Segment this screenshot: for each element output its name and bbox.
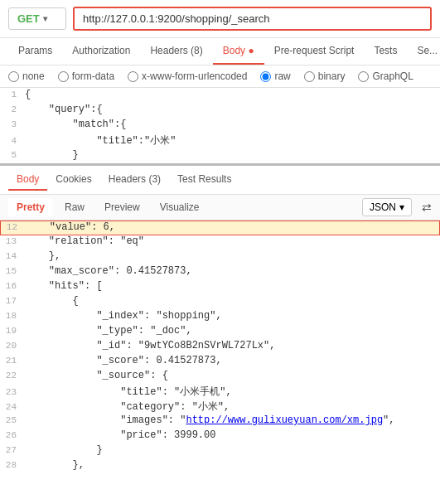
request-tabs: Params Authorization Headers (8) Body ● … — [0, 38, 440, 65]
radio-urlencoded[interactable]: x-www-form-urlencoded — [128, 70, 247, 82]
response-tab-headers[interactable]: Headers (3) — [100, 169, 169, 191]
json-format-selector[interactable]: JSON ▾ — [362, 198, 412, 216]
radio-none[interactable]: none — [8, 70, 45, 82]
request-line-4: 4 "title":"小米" — [0, 133, 440, 148]
radio-graphql[interactable]: GraphQL — [358, 70, 413, 82]
radio-binary[interactable]: binary — [304, 70, 346, 82]
tab-settings[interactable]: Se... — [407, 38, 440, 65]
method-label: GET — [17, 12, 40, 25]
json-line-19: 19 "_type": "_doc", — [0, 325, 440, 340]
json-line-27: 27 } — [0, 444, 440, 459]
format-tab-visualize[interactable]: Visualize — [152, 198, 208, 216]
format-tabs: Pretty Raw Preview Visualize JSON ▾ ⇄ — [0, 195, 440, 220]
filter-icon[interactable]: ⇄ — [422, 201, 432, 214]
radio-form-data[interactable]: form-data — [58, 70, 114, 82]
request-body-editor[interactable]: 1 { 2 "query":{ 3 "match":{ 4 "title":"小… — [0, 88, 440, 166]
chevron-down-icon: ▾ — [399, 201, 404, 213]
request-line-3: 3 "match":{ — [0, 118, 440, 133]
images-link[interactable]: http://www.gulixueyuan.com/xm.jpg — [186, 414, 383, 426]
response-tabs: Body Cookies Headers (3) Test Results — [0, 166, 440, 195]
request-line-2: 2 "query":{ — [0, 103, 440, 118]
request-line-5: 5 } — [0, 148, 440, 163]
json-line-17: 17 { — [0, 295, 440, 310]
json-format-label: JSON — [370, 201, 396, 213]
body-type-row: none form-data x-www-form-urlencoded raw… — [0, 65, 440, 88]
url-input[interactable] — [73, 7, 432, 31]
format-tab-preview[interactable]: Preview — [96, 198, 148, 216]
format-tab-pretty[interactable]: Pretty — [8, 198, 53, 216]
json-line-28: 28 }, — [0, 459, 440, 474]
json-line-25: 25 "images": "http://www.gulixueyuan.com… — [0, 414, 440, 429]
chevron-down-icon: ▾ — [43, 14, 47, 23]
response-tab-body[interactable]: Body — [8, 169, 47, 191]
json-line-14: 14 }, — [0, 250, 440, 265]
tab-params[interactable]: Params — [8, 38, 62, 65]
tab-tests[interactable]: Tests — [364, 38, 407, 65]
json-line-15: 15 "max_score": 0.41527873, — [0, 265, 440, 280]
json-line-23: 23 "title": "小米手机", — [0, 385, 440, 400]
json-line-13: 13 "relation": "eq" — [0, 235, 440, 250]
json-line-18: 18 "_index": "shopping", — [0, 310, 440, 325]
json-response-output: 12 "value": 6, 13 "relation": "eq" 14 },… — [0, 220, 440, 477]
format-tab-raw[interactable]: Raw — [56, 198, 93, 216]
json-line-21: 21 "_score": 0.41527873, — [0, 355, 440, 370]
response-tab-cookies[interactable]: Cookies — [47, 169, 99, 191]
json-line-24: 24 "category": "小米", — [0, 400, 440, 414]
tab-body[interactable]: Body ● — [213, 38, 264, 65]
method-selector[interactable]: GET ▾ — [8, 7, 66, 30]
top-bar: GET ▾ — [0, 0, 440, 38]
request-line-1: 1 { — [0, 88, 440, 103]
json-line-16: 16 "hits": [ — [0, 280, 440, 295]
tab-pre-request[interactable]: Pre-request Script — [264, 38, 365, 65]
radio-raw[interactable]: raw — [260, 70, 290, 82]
json-line-12: 12 "value": 6, — [0, 220, 440, 235]
tab-headers[interactable]: Headers (8) — [140, 38, 212, 65]
json-line-20: 20 "_id": "9wtYCo8B2nSVrWL727Lx", — [0, 340, 440, 355]
json-line-22: 22 "_source": { — [0, 370, 440, 385]
tab-authorization[interactable]: Authorization — [62, 38, 140, 65]
response-tab-test-results[interactable]: Test Results — [169, 169, 239, 191]
json-line-26: 26 "price": 3999.00 — [0, 429, 440, 444]
